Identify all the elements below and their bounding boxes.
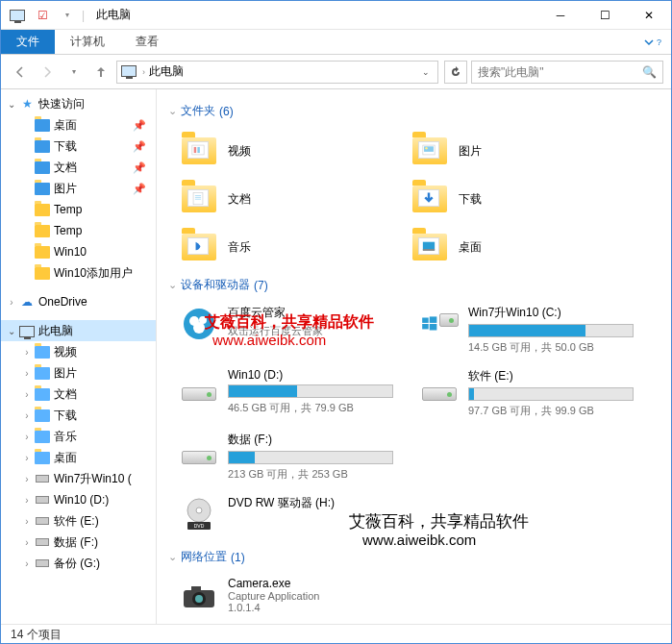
minimize-button[interactable]: ─ — [538, 1, 583, 30]
refresh-button[interactable] — [444, 61, 467, 84]
window-title: 此电脑 — [96, 7, 131, 23]
folder-icon — [411, 180, 449, 218]
drive-usage-bar — [228, 384, 393, 398]
star-icon: ★ — [18, 96, 36, 111]
group-folders[interactable]: ⌄ 文件夹 (6) — [168, 103, 660, 119]
svg-text:DVD: DVD — [194, 523, 205, 529]
tree-pc-item[interactable]: ›数据 (F:) — [1, 532, 156, 553]
drive-baidu[interactable]: 百度云管家双击运行百度云管家 — [168, 301, 409, 364]
folder-icon — [180, 228, 218, 266]
tree-quick-item[interactable]: 文档📌 — [1, 157, 156, 178]
drive-usage-bar — [468, 387, 634, 401]
svg-rect-18 — [422, 324, 429, 329]
folder-item[interactable]: 视频 — [168, 127, 399, 175]
tree-quick-item[interactable]: Win10 — [1, 241, 156, 262]
ribbon: 文件 计算机 查看 ? — [1, 30, 671, 55]
pin-icon: 📌 — [133, 119, 152, 132]
qat-properties-icon[interactable]: ☑ — [32, 5, 53, 26]
item-icon — [34, 386, 51, 402]
sidebar[interactable]: ⌄ ★ 快速访问 桌面📌下载📌文档📌图片📌TempTempWin10Win10添… — [1, 89, 157, 624]
address-dropdown[interactable]: ⌄ — [418, 67, 434, 77]
drive-item[interactable]: Win10 (D:) 46.5 GB 可用，共 79.9 GB — [168, 364, 409, 428]
folder-item[interactable]: 文档 — [168, 175, 399, 223]
tree-this-pc[interactable]: ⌄ 此电脑 — [1, 320, 156, 341]
tree-pc-item[interactable]: ›图片 — [1, 362, 156, 384]
tree-pc-item[interactable]: ›Win7升Win10 ( — [1, 468, 156, 489]
drive-item[interactable]: Win7升Win10 (C:) 14.5 GB 可用，共 50.0 GB — [409, 301, 649, 364]
drive-dvd[interactable]: DVD DVD RW 驱动器 (H:) — [168, 491, 649, 543]
folder-item[interactable]: 音乐 — [168, 223, 399, 271]
item-icon — [34, 556, 51, 571]
svg-rect-1 — [194, 147, 196, 153]
pin-icon: 📌 — [133, 183, 152, 195]
tree-pc-item[interactable]: ›视频 — [1, 341, 156, 362]
dvd-icon: DVD — [180, 495, 218, 533]
folder-item[interactable]: 下载 — [399, 175, 630, 223]
folder-icon — [34, 181, 51, 196]
folder-icon — [34, 138, 51, 154]
tree-onedrive[interactable]: › ☁ OneDrive — [1, 291, 156, 312]
drive-icon — [420, 305, 459, 343]
svg-rect-19 — [430, 324, 437, 331]
folder-item[interactable]: 桌面 — [399, 223, 630, 271]
drive-item[interactable]: 软件 (E:) 97.7 GB 可用，共 99.9 GB — [409, 364, 649, 428]
tree-pc-item[interactable]: ›备份 (G:) — [1, 553, 156, 574]
ribbon-expand-button[interactable]: ? — [634, 30, 671, 54]
tree-quick-item[interactable]: 下载📌 — [1, 136, 156, 157]
svg-point-26 — [195, 595, 203, 603]
recent-dropdown[interactable]: ▾ — [62, 61, 86, 84]
tree-quick-access[interactable]: ⌄ ★ 快速访问 — [1, 93, 156, 114]
network-item-camera[interactable]: Camera.exe Capture Application 1.0.1.4 — [168, 573, 660, 624]
tree-pc-item[interactable]: ›Win10 (D:) — [1, 489, 156, 510]
tree-pc-item[interactable]: ›音乐 — [1, 426, 156, 447]
close-button[interactable]: ✕ — [627, 1, 671, 30]
up-button[interactable] — [89, 61, 112, 84]
titlebar: ☑ ▾ | 此电脑 ─ ☐ ✕ — [1, 1, 671, 30]
address-text: 此电脑 — [149, 63, 418, 80]
back-button[interactable] — [9, 61, 32, 84]
address-pc-icon — [121, 64, 137, 80]
system-menu-icon[interactable] — [7, 5, 28, 26]
camera-version: 1.0.1.4 — [228, 602, 319, 613]
item-icon — [34, 534, 51, 550]
qat-dropdown-icon[interactable]: ▾ — [57, 5, 78, 26]
tree-quick-item[interactable]: 桌面📌 — [1, 114, 156, 136]
drive-item[interactable]: 数据 (F:) 213 GB 可用，共 253 GB — [168, 428, 409, 491]
tab-file[interactable]: 文件 — [1, 30, 55, 54]
search-icon: 🔍 — [642, 65, 657, 79]
search-bar[interactable]: 🔍 — [471, 61, 663, 84]
group-network[interactable]: ⌄ 网络位置 (1) — [168, 549, 660, 565]
camera-icon — [180, 577, 218, 615]
content-pane[interactable]: ⌄ 文件夹 (6) 视频图片文档下载音乐桌面 ⌄ 设备和驱动器 (7) 百度云管… — [157, 89, 671, 624]
tree-pc-item[interactable]: ›软件 (E:) — [1, 510, 156, 532]
search-input[interactable] — [478, 65, 642, 79]
baidu-icon — [180, 305, 218, 343]
tree-quick-item[interactable]: Temp — [1, 220, 156, 241]
tree-pc-item[interactable]: ›文档 — [1, 384, 156, 405]
folder-icon — [411, 228, 449, 266]
folder-icon — [34, 265, 51, 281]
tab-view[interactable]: 查看 — [120, 30, 174, 54]
statusbar: 14 个项目 — [1, 624, 671, 644]
status-items-count: 14 个项目 — [11, 627, 62, 643]
forward-button[interactable] — [36, 61, 59, 84]
tree-quick-item[interactable]: Win10添加用户 — [1, 262, 156, 284]
tree-pc-item[interactable]: ›下载 — [1, 405, 156, 426]
folder-item[interactable]: 图片 — [399, 127, 630, 175]
svg-point-21 — [196, 508, 202, 513]
svg-point-15 — [193, 322, 205, 334]
pin-icon: 📌 — [133, 140, 152, 153]
pin-icon: 📌 — [133, 161, 152, 174]
pc-icon — [18, 323, 36, 338]
item-icon — [34, 450, 51, 465]
group-devices[interactable]: ⌄ 设备和驱动器 (7) — [168, 277, 660, 293]
tree-quick-item[interactable]: 图片📌 — [1, 178, 156, 199]
folder-icon — [34, 117, 51, 133]
address-bar[interactable]: › 此电脑 ⌄ — [116, 61, 438, 84]
tree-quick-item[interactable]: Temp — [1, 199, 156, 220]
tree-pc-item[interactable]: ›桌面 — [1, 447, 156, 468]
navbar: ▾ › 此电脑 ⌄ 🔍 — [1, 55, 671, 89]
item-icon — [34, 344, 51, 359]
tab-computer[interactable]: 计算机 — [55, 30, 120, 54]
maximize-button[interactable]: ☐ — [583, 1, 627, 30]
